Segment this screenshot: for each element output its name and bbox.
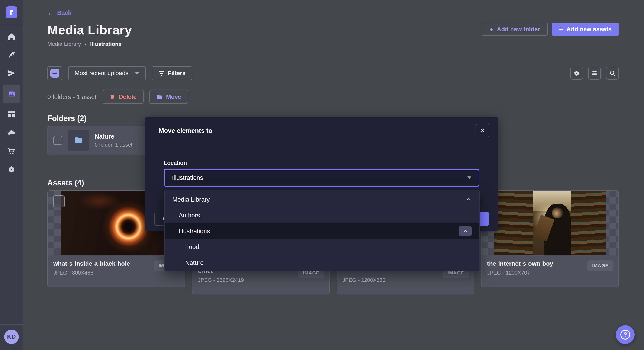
add-new-assets-button[interactable]: + Add new assets bbox=[552, 23, 619, 36]
breadcrumb-separator: / bbox=[85, 41, 86, 47]
toolbar: Most recent uploads Filters bbox=[47, 66, 619, 80]
move-label: Move bbox=[166, 94, 182, 100]
header-row: Media Library Media Library / Illustrati… bbox=[47, 23, 619, 47]
move-button[interactable]: Move bbox=[150, 90, 188, 104]
asset-meta: JPEG - 1200X630 bbox=[342, 277, 386, 283]
option-label: Food bbox=[185, 243, 199, 250]
feather-icon bbox=[7, 51, 16, 60]
cart-icon bbox=[7, 147, 16, 156]
bulk-actions: 0 folders - 1 asset Delete Move bbox=[47, 90, 619, 104]
home-icon bbox=[7, 32, 16, 41]
dropdown-option-media-library[interactable]: Media Library bbox=[165, 192, 479, 207]
sidebar-item-deploy[interactable] bbox=[2, 126, 20, 140]
images-icon bbox=[7, 89, 16, 98]
folder-meta: 0 folder, 1 asset bbox=[95, 142, 132, 148]
location-value: Illustrations bbox=[172, 174, 203, 181]
caret-down-icon bbox=[135, 72, 140, 75]
help-button[interactable]: ? bbox=[616, 325, 634, 344]
sidebar-item-content[interactable] bbox=[2, 48, 20, 62]
delete-label: Delete bbox=[119, 94, 137, 100]
filter-icon bbox=[159, 71, 164, 76]
sidebar-item-marketplace[interactable] bbox=[2, 144, 20, 158]
option-label: Illustrations bbox=[179, 228, 210, 235]
sidebar-item-content-manager[interactable] bbox=[2, 108, 20, 121]
title-block: Media Library Media Library / Illustrati… bbox=[47, 23, 132, 47]
logo-container bbox=[0, 0, 23, 25]
location-dropdown: Media Library Authors Illustrations Food… bbox=[164, 190, 480, 271]
sort-select-value: Most recent uploads bbox=[75, 70, 128, 77]
folder-icon bbox=[74, 136, 84, 145]
dropdown-option-authors[interactable]: Authors bbox=[165, 207, 479, 223]
app-root: KD ← Back Media Library Media Library / … bbox=[0, 0, 644, 350]
sidebar-nav bbox=[2, 30, 20, 324]
sidebar-item-home[interactable] bbox=[2, 30, 20, 44]
view-settings-button[interactable] bbox=[570, 67, 583, 80]
delete-button[interactable]: Delete bbox=[102, 90, 144, 104]
library-photo bbox=[494, 191, 606, 255]
breadcrumb-root[interactable]: Media Library bbox=[47, 41, 81, 47]
filters-label: Filters bbox=[168, 70, 186, 77]
toolbar-right bbox=[570, 67, 619, 80]
dropdown-option-food[interactable]: Food bbox=[165, 239, 479, 255]
sidebar-item-media-library[interactable] bbox=[2, 85, 20, 103]
folder-checkbox[interactable] bbox=[53, 136, 62, 145]
strapi-logo[interactable] bbox=[6, 7, 18, 18]
list-view-button[interactable] bbox=[588, 67, 601, 80]
option-label: Authors bbox=[179, 212, 200, 219]
option-label: Media Library bbox=[172, 196, 210, 203]
dropdown-option-nature[interactable]: Nature bbox=[165, 255, 479, 271]
search-button[interactable] bbox=[606, 67, 619, 80]
list-icon bbox=[591, 70, 598, 77]
back-arrow-icon: ← bbox=[47, 10, 54, 16]
dropdown-option-illustrations[interactable]: Illustrations bbox=[165, 223, 479, 239]
filters-button[interactable]: Filters bbox=[152, 66, 192, 80]
asset-text: what-s-inside-a-black-hole JPEG - 800X46… bbox=[53, 260, 130, 276]
sort-select[interactable]: Most recent uploads bbox=[68, 66, 146, 80]
asset-title: what-s-inside-a-black-hole bbox=[53, 260, 130, 268]
add-new-folder-button[interactable]: + Add new folder bbox=[482, 23, 548, 36]
add-assets-label: Add new assets bbox=[566, 26, 612, 33]
chevron-up-icon bbox=[462, 228, 468, 234]
avatar[interactable]: KD bbox=[4, 329, 19, 344]
gear-icon bbox=[573, 70, 580, 77]
asset-checkbox[interactable] bbox=[53, 195, 65, 207]
asset-thumbnail bbox=[482, 191, 618, 255]
asset-title: the-internet-s-own-boy bbox=[487, 260, 553, 268]
location-label: Location bbox=[164, 160, 479, 166]
asset-text: the-internet-s-own-boy JPEG - 1200X707 bbox=[487, 260, 553, 276]
gear-icon bbox=[7, 165, 16, 174]
caret-down-icon bbox=[468, 176, 471, 179]
back-link[interactable]: ← Back bbox=[47, 10, 619, 16]
collapse-toggle-button[interactable] bbox=[459, 226, 472, 236]
search-icon bbox=[609, 70, 616, 77]
sidebar-item-settings[interactable] bbox=[2, 163, 20, 176]
option-label: Nature bbox=[185, 259, 204, 266]
breadcrumb-current: Illustrations bbox=[90, 41, 122, 47]
question-icon: ? bbox=[620, 330, 630, 339]
location-combobox[interactable]: Illustrations bbox=[164, 169, 479, 187]
asset-card[interactable]: the-internet-s-own-boy JPEG - 1200X707 I… bbox=[481, 190, 619, 287]
plus-icon: + bbox=[489, 26, 494, 33]
paper-plane-icon bbox=[7, 69, 16, 78]
modal-header: Move elements to ✕ bbox=[145, 117, 498, 144]
select-all-checkbox[interactable] bbox=[47, 66, 62, 80]
cloud-icon bbox=[7, 128, 16, 137]
asset-meta: JPEG - 1200X707 bbox=[487, 270, 553, 276]
sidebar: KD bbox=[0, 0, 24, 350]
asset-type-badge: IMAGE bbox=[588, 260, 613, 271]
modal-title: Move elements to bbox=[159, 127, 212, 134]
close-icon: ✕ bbox=[480, 127, 485, 134]
asset-info: the-internet-s-own-boy JPEG - 1200X707 I… bbox=[482, 255, 618, 287]
chevron-up-icon[interactable] bbox=[465, 196, 472, 203]
indeterminate-checkbox-icon bbox=[50, 69, 59, 78]
folder-icon bbox=[156, 94, 163, 100]
layout-icon bbox=[7, 110, 16, 119]
back-label: Back bbox=[57, 10, 72, 16]
asset-meta: JPEG - 3628X2419 bbox=[198, 277, 244, 283]
plus-icon: + bbox=[559, 26, 563, 33]
sidebar-footer: KD bbox=[0, 324, 23, 350]
asset-meta: JPEG - 800X466 bbox=[53, 270, 130, 276]
close-button[interactable]: ✕ bbox=[476, 124, 489, 137]
folder-info: Nature 0 folder, 1 asset bbox=[95, 133, 132, 148]
sidebar-item-releases[interactable] bbox=[2, 67, 20, 80]
